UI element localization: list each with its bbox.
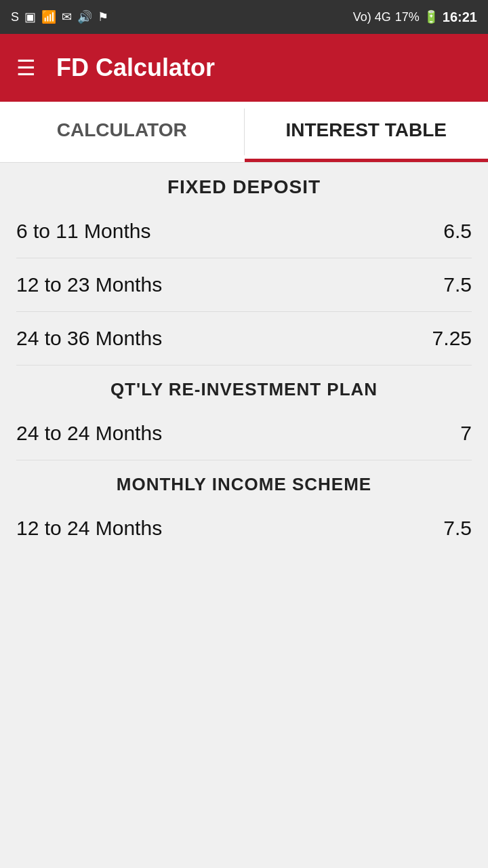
qtly-row-1-value: 7 <box>460 422 472 445</box>
fd-row-3: 24 to 36 Months 7.25 <box>16 312 472 366</box>
mail-icon: ✉ <box>62 9 72 24</box>
fd-row-1: 6 to 11 Months 6.5 <box>16 205 472 258</box>
fd-row-2-value: 7.5 <box>443 273 472 296</box>
network-label: Vo) 4G <box>353 10 391 24</box>
monthly-row-1-value: 7.5 <box>443 517 472 540</box>
qtly-header: QT'LY RE-INVESTMENT PLAN <box>16 366 472 407</box>
monthly-income-header: MONTHLY INCOME SCHEME <box>16 460 472 502</box>
qtly-row-1: 24 to 24 Months 7 <box>16 407 472 460</box>
status-bar: S ▣ 📶 ✉ 🔊 ⚑ Vo) 4G 17% 🔋 16:21 <box>0 0 488 34</box>
time-label: 16:21 <box>443 9 477 25</box>
fd-row-2: 12 to 23 Months 7.5 <box>16 258 472 312</box>
qtly-row-1-label: 24 to 24 Months <box>16 422 162 445</box>
fd-row-1-label: 6 to 11 Months <box>16 220 150 243</box>
fd-row-2-label: 12 to 23 Months <box>16 273 162 296</box>
status-bar-right: Vo) 4G 17% 🔋 16:21 <box>353 9 477 25</box>
flag-icon: ⚑ <box>98 9 108 24</box>
monthly-row-1: 12 to 24 Months 7.5 <box>16 502 472 555</box>
fd-row-3-value: 7.25 <box>432 327 472 350</box>
battery-label: 17% <box>395 10 420 24</box>
skype-icon: S <box>11 10 19 24</box>
status-bar-left: S ▣ 📶 ✉ 🔊 ⚑ <box>11 9 108 24</box>
main-content: CALCULATOR INTEREST TABLE FIXED DEPOSIT … <box>0 102 488 868</box>
hamburger-menu-icon[interactable]: ☰ <box>16 57 36 79</box>
tab-bar: CALCULATOR INTEREST TABLE <box>0 102 488 163</box>
wifi-icon: 📶 <box>41 9 56 24</box>
battery-icon: 🔋 <box>424 9 439 24</box>
image-icon: ▣ <box>24 9 36 24</box>
tab-calculator[interactable]: CALCULATOR <box>0 102 244 162</box>
monthly-row-1-label: 12 to 24 Months <box>16 517 162 540</box>
fixed-deposit-header: FIXED DEPOSIT <box>16 163 472 205</box>
app-bar: ☰ FD Calculator <box>0 34 488 102</box>
app-title: FD Calculator <box>56 54 215 82</box>
fd-row-3-label: 24 to 36 Months <box>16 327 162 350</box>
fd-row-1-value: 6.5 <box>443 220 472 243</box>
interest-table-content: FIXED DEPOSIT 6 to 11 Months 6.5 12 to 2… <box>0 163 488 555</box>
tab-interest-table[interactable]: INTEREST TABLE <box>245 102 489 162</box>
volume-icon: 🔊 <box>77 9 92 24</box>
